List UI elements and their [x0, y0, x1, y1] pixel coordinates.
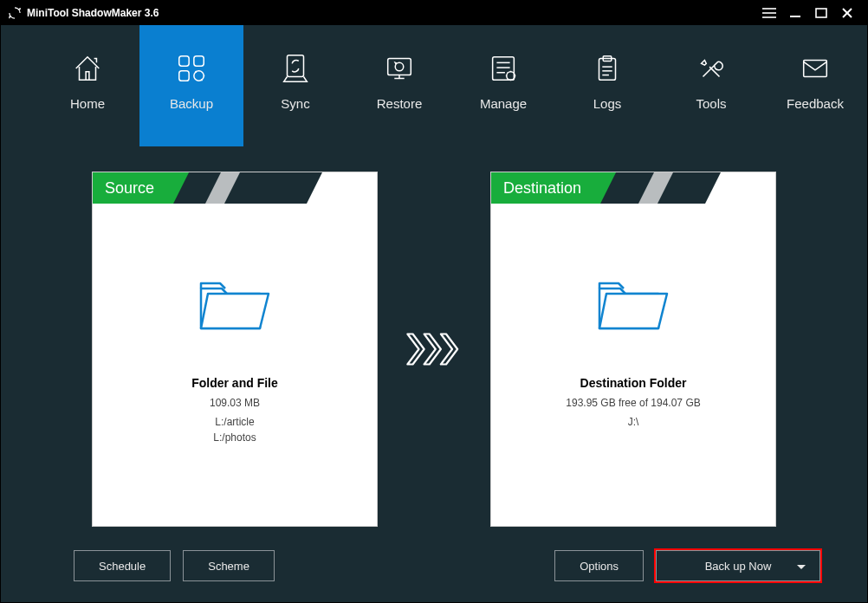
logs-icon	[590, 51, 625, 86]
nav-label: Home	[70, 96, 105, 111]
backup-icon	[174, 51, 209, 86]
menu-icon[interactable]	[756, 3, 782, 23]
nav-item-restore[interactable]: Restore	[347, 25, 451, 146]
nav-label: Tools	[696, 96, 726, 111]
nav-item-feedback[interactable]: Feedback	[763, 25, 867, 146]
nav-item-logs[interactable]: Logs	[555, 25, 659, 146]
tools-icon	[694, 51, 729, 86]
home-icon	[70, 51, 105, 86]
svg-rect-4	[816, 9, 826, 17]
maximize-icon[interactable]	[808, 3, 834, 23]
backup-now-button[interactable]: Back up Now	[656, 550, 820, 581]
schedule-button[interactable]: Schedule	[74, 550, 171, 581]
main-content: Source Folder and File 109.03 MB L:/arti…	[1, 146, 867, 543]
backup-now-label: Back up Now	[705, 560, 772, 573]
feedback-icon	[798, 51, 832, 86]
folder-icon	[594, 273, 672, 341]
svg-rect-9	[179, 71, 189, 81]
source-path-line: L:/photos	[213, 430, 256, 445]
titlebar: MiniTool ShadowMaker 3.6	[1, 1, 867, 25]
nav-label: Sync	[281, 96, 309, 111]
nav-bar: Home Backup Sync Restore Manage	[1, 25, 867, 146]
nav-label: Logs	[593, 96, 622, 111]
source-header-label: Source	[93, 172, 189, 204]
destination-header: Destination	[491, 172, 775, 204]
svg-rect-11	[288, 55, 304, 77]
close-icon[interactable]	[834, 3, 860, 23]
nav-label: Backup	[170, 96, 213, 111]
manage-icon	[486, 51, 521, 86]
options-button[interactable]: Options	[554, 550, 644, 581]
nav-label: Feedback	[787, 96, 844, 111]
source-panel[interactable]: Source Folder and File 109.03 MB L:/arti…	[92, 172, 378, 527]
caret-down-icon	[797, 560, 806, 573]
svg-rect-14	[493, 57, 515, 81]
destination-title: Destination Folder	[580, 376, 687, 390]
restore-icon	[382, 51, 417, 86]
nav-item-tools[interactable]: Tools	[659, 25, 763, 146]
footer: Schedule Scheme Options Back up Now	[1, 543, 867, 602]
destination-header-label: Destination	[491, 172, 616, 204]
minimize-icon[interactable]	[782, 3, 808, 23]
destination-free-space: 193.95 GB free of 194.07 GB	[566, 397, 700, 409]
nav-item-manage[interactable]: Manage	[451, 25, 555, 146]
svg-rect-12	[388, 59, 411, 75]
nav-item-sync[interactable]: Sync	[243, 25, 347, 146]
destination-path: J:\	[628, 414, 639, 430]
folder-icon	[196, 273, 274, 341]
sync-icon	[278, 51, 313, 86]
nav-label: Manage	[480, 96, 527, 111]
svg-rect-7	[179, 56, 189, 66]
source-header: Source	[93, 172, 377, 204]
nav-item-backup[interactable]: Backup	[139, 25, 243, 146]
svg-rect-19	[599, 59, 616, 81]
svg-rect-8	[194, 56, 204, 66]
app-title: MiniTool ShadowMaker 3.6	[27, 7, 159, 19]
source-path-line: L:/article	[213, 414, 256, 430]
svg-point-10	[194, 71, 204, 81]
svg-rect-24	[804, 61, 827, 77]
nav-label: Restore	[377, 96, 423, 111]
nav-item-home[interactable]: Home	[36, 25, 139, 146]
scheme-button[interactable]: Scheme	[183, 550, 275, 581]
source-title: Folder and File	[191, 376, 278, 390]
app-window: MiniTool ShadowMaker 3.6 Home Backup	[0, 0, 868, 603]
transfer-arrows-icon	[404, 327, 464, 371]
app-logo-icon	[8, 6, 22, 20]
destination-panel[interactable]: Destination Destination Folder 193.95 GB…	[490, 172, 776, 527]
source-size: 109.03 MB	[210, 397, 260, 409]
source-paths: L:/article L:/photos	[213, 414, 256, 445]
